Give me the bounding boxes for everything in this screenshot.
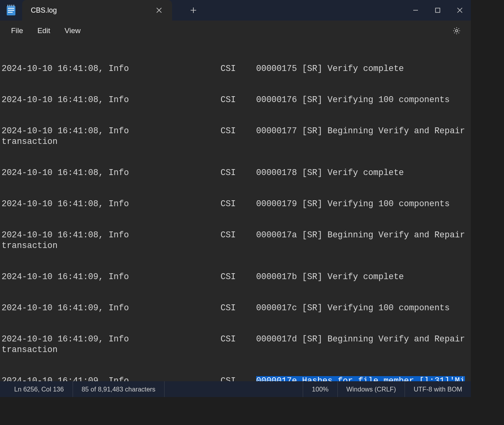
log-line-selected: 2024-10-10 16:41:09, Info CSI 0000017e H… — [2, 376, 468, 381]
log-line: 2024-10-10 16:41:08, Info CSI 00000177 [… — [2, 126, 468, 147]
new-tab-button[interactable] — [185, 2, 202, 19]
menu-edit[interactable]: Edit — [30, 24, 58, 37]
tab-title: CBS.log — [31, 6, 57, 15]
status-encoding[interactable]: UTF-8 with BOM — [405, 381, 471, 397]
svg-point-9 — [455, 30, 458, 32]
gear-icon[interactable] — [449, 23, 465, 39]
svg-rect-6 — [11, 5, 12, 7]
log-line: 2024-10-10 16:41:09, Info CSI 0000017c [… — [2, 303, 468, 313]
log-line: 2024-10-10 16:41:08, Info CSI 00000175 [… — [2, 63, 468, 74]
svg-rect-5 — [9, 5, 10, 7]
minimize-button[interactable] — [405, 0, 427, 21]
status-position[interactable]: Ln 6256, Col 136 — [0, 381, 73, 397]
svg-rect-7 — [13, 5, 14, 7]
svg-rect-1 — [8, 8, 14, 9]
log-line: 2024-10-10 16:41:09, Info CSI 0000017d [… — [2, 334, 468, 355]
editor-area[interactable]: 2024-10-10 16:41:08, Info CSI 00000175 [… — [0, 41, 471, 381]
log-line: 2024-10-10 16:41:08, Info CSI 00000178 [… — [2, 168, 468, 178]
tab-active[interactable]: CBS.log — [22, 0, 172, 21]
menu-file[interactable]: File — [4, 24, 30, 37]
log-line: 2024-10-10 16:41:08, Info CSI 00000179 [… — [2, 199, 468, 209]
svg-rect-4 — [7, 5, 8, 7]
window-controls — [405, 0, 471, 21]
close-button[interactable] — [449, 0, 471, 21]
status-zoom[interactable]: 100% — [303, 381, 337, 397]
close-icon[interactable] — [153, 4, 165, 16]
log-line: 2024-10-10 16:41:08, Info CSI 0000017a [… — [2, 230, 468, 251]
menubar: File Edit View — [0, 21, 471, 41]
svg-rect-2 — [8, 10, 14, 11]
status-eol[interactable]: Windows (CRLF) — [338, 381, 405, 397]
status-characters[interactable]: 85 of 8,91,483 characters — [73, 381, 165, 397]
log-line: 2024-10-10 16:41:09, Info CSI 0000017b [… — [2, 272, 468, 282]
svg-rect-3 — [8, 12, 13, 13]
notepad-icon — [6, 5, 17, 16]
svg-rect-8 — [436, 8, 440, 13]
menu-view[interactable]: View — [57, 24, 88, 37]
titlebar: CBS.log — [0, 0, 471, 21]
log-line: 2024-10-10 16:41:08, Info CSI 00000176 [… — [2, 95, 468, 105]
maximize-button[interactable] — [427, 0, 449, 21]
statusbar: Ln 6256, Col 136 85 of 8,91,483 characte… — [0, 381, 471, 397]
